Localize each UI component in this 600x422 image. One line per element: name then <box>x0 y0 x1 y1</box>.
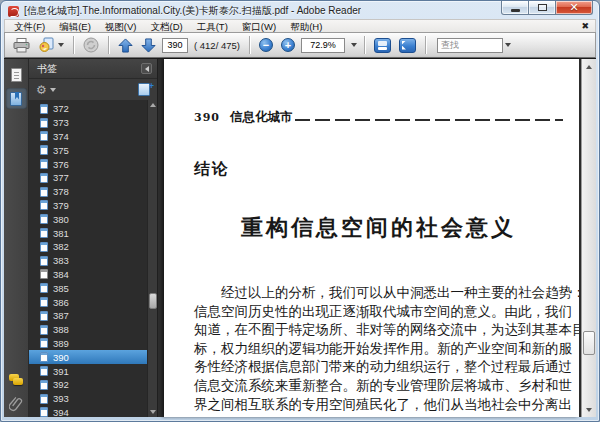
close-button[interactable]: ✕ <box>555 1 593 15</box>
bookmark-item[interactable]: 375 <box>29 143 147 157</box>
bookmark-label: 394 <box>53 407 69 417</box>
bookmark-item[interactable]: 372 <box>29 102 147 116</box>
bookmarks-panel: 书签 ⚙ 37237337437537637737837938038138238… <box>29 59 158 417</box>
maximize-button[interactable] <box>529 1 555 15</box>
bookmark-item[interactable]: 387 <box>29 309 147 323</box>
document-scrollbar-thumb[interactable] <box>583 331 595 355</box>
client-area: 书签 ⚙ 37237337437537637737837938038138238… <box>4 58 596 417</box>
bookmark-item[interactable]: 392 <box>29 378 147 392</box>
bookmark-item[interactable]: 383 <box>29 254 147 268</box>
bookmark-page-icon <box>40 256 48 266</box>
bookmark-item[interactable]: 381 <box>29 226 147 240</box>
toolbar-separator <box>364 36 365 54</box>
bookmark-item[interactable]: 376 <box>29 157 147 171</box>
bookmark-label: 393 <box>53 393 69 404</box>
bookmark-label: 381 <box>53 228 69 239</box>
bookmark-item[interactable]: 394 <box>29 406 147 417</box>
bookmark-options-button[interactable]: ⚙ <box>36 84 56 96</box>
scroll-up-arrow-icon[interactable] <box>148 100 157 110</box>
new-bookmark-button[interactable] <box>138 83 150 96</box>
bookmark-page-icon <box>40 118 48 128</box>
doc-scroll-down-icon[interactable] <box>582 403 596 416</box>
page-number-input[interactable] <box>162 38 188 53</box>
menu-window[interactable]: 窗口(W) <box>235 20 283 33</box>
menubar-close-icon[interactable]: ✖ <box>581 21 589 32</box>
find-input[interactable] <box>437 38 503 53</box>
window-title: [信息化城市].The.Informational.City.(美)卡斯泰尔.扫… <box>24 4 361 18</box>
menu-tools[interactable]: 工具(T) <box>190 20 235 33</box>
print-button[interactable] <box>11 35 32 56</box>
bookmark-item[interactable]: 385 <box>29 281 147 295</box>
send-file-icon <box>38 37 56 53</box>
bookmark-item[interactable]: 388 <box>29 323 147 337</box>
body-line: 界之间相互联系的专用空间殖民化了，他们从当地社会中分离出 <box>194 395 563 414</box>
doc-scroll-up-icon[interactable] <box>582 60 596 73</box>
body-paragraph: 经过以上的分析，我们可以从中洞悉出一种主要的社会趋势： 信息空间历史性的出现正逐… <box>194 283 563 413</box>
find-group <box>437 38 511 53</box>
bookmark-item[interactable]: 384 <box>29 268 147 282</box>
paperclip-icon <box>9 396 23 412</box>
bookmark-item[interactable]: 382 <box>29 240 147 254</box>
zoom-dropdown-caret[interactable] <box>351 43 357 47</box>
comments-tab[interactable] <box>6 369 27 390</box>
zoom-in-button[interactable]: + <box>279 35 297 56</box>
page-count-label: ( 412/ 475) <box>192 40 242 51</box>
bookmark-page-icon <box>40 145 48 155</box>
menu-file[interactable]: 文件(F) <box>7 20 52 33</box>
bookmark-item[interactable]: 374 <box>29 130 147 144</box>
bookmark-item[interactable]: 373 <box>29 116 147 130</box>
window-controls: ✕ <box>501 1 593 15</box>
bookmark-label: 372 <box>53 103 69 114</box>
running-header-page-number: 390 <box>194 111 220 124</box>
bookmark-label: 389 <box>53 338 69 349</box>
fit-window-button[interactable] <box>397 35 418 56</box>
attachments-tab[interactable] <box>6 393 27 414</box>
panel-collapse-button[interactable] <box>141 63 152 74</box>
pdf-page-content: 390 信息化城市 结论 重构信息空间的社会意义 经过以上的分析，我们可以从中洞… <box>164 59 579 413</box>
bookmarks-scrollbar[interactable] <box>147 100 157 417</box>
minimize-icon <box>511 9 520 12</box>
pdf-page[interactable]: 390 信息化城市 结论 重构信息空间的社会意义 经过以上的分析，我们可以从中洞… <box>164 59 579 417</box>
bookmark-page-icon <box>40 380 48 390</box>
page-thumbnails-tab[interactable] <box>6 64 27 85</box>
bookmarks-icon <box>10 92 22 106</box>
bookmark-page-icon <box>40 173 48 183</box>
bookmark-page-icon <box>40 200 48 210</box>
bookmarks-tab[interactable] <box>6 88 27 109</box>
collaboration-button-disabled <box>81 35 101 56</box>
menu-help[interactable]: 帮助(H) <box>283 20 329 33</box>
bookmark-label: 388 <box>53 324 69 335</box>
bookmark-item[interactable]: 386 <box>29 295 147 309</box>
minimize-button[interactable] <box>501 1 529 15</box>
bookmark-item[interactable]: 379 <box>29 199 147 213</box>
bookmark-item[interactable]: 389 <box>29 337 147 351</box>
bookmark-page-icon <box>40 325 48 335</box>
share-file-button[interactable] <box>36 35 66 56</box>
bookmarks-scrollbar-thumb[interactable] <box>149 293 157 309</box>
running-header: 390 信息化城市 <box>194 109 563 126</box>
document-scrollbar[interactable] <box>581 59 596 417</box>
previous-page-button[interactable] <box>116 35 135 56</box>
share-dropdown-caret <box>58 43 64 47</box>
bookmark-item[interactable]: 390 <box>29 350 147 364</box>
bookmark-item[interactable]: 380 <box>29 212 147 226</box>
bookmark-item[interactable]: 393 <box>29 392 147 406</box>
page-up-icon <box>118 38 133 53</box>
find-dropdown-caret[interactable] <box>505 43 511 47</box>
bookmark-item[interactable]: 378 <box>29 185 147 199</box>
scroll-down-arrow-icon[interactable] <box>148 407 157 417</box>
zoom-out-button[interactable]: − <box>257 35 275 56</box>
scrolling-mode-button[interactable] <box>372 35 393 56</box>
toolbar-separator <box>108 36 109 54</box>
bookmark-label: 373 <box>53 117 69 128</box>
menu-edit[interactable]: 编辑(E) <box>52 20 98 33</box>
menu-view[interactable]: 视图(V) <box>98 20 144 33</box>
bookmark-item[interactable]: 377 <box>29 171 147 185</box>
navigation-rail <box>4 59 29 417</box>
next-page-button[interactable] <box>139 35 158 56</box>
bookmark-page-icon <box>40 104 48 114</box>
menu-document[interactable]: 文档(D) <box>143 20 189 33</box>
zoom-level-field[interactable]: 72.9% <box>301 38 345 53</box>
bookmark-page-icon <box>40 242 48 252</box>
bookmark-item[interactable]: 391 <box>29 364 147 378</box>
